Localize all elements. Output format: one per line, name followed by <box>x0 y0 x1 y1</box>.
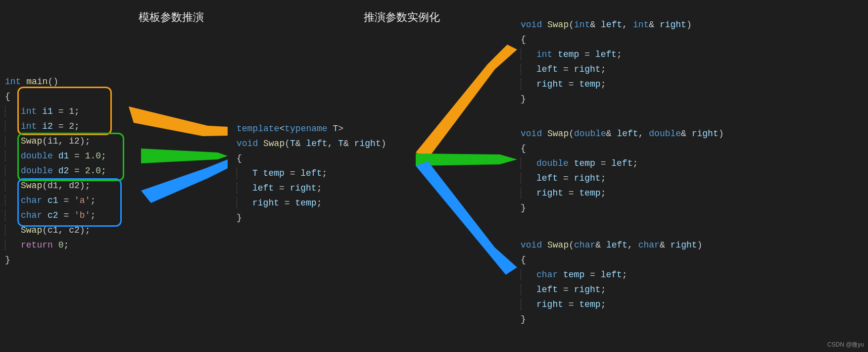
code-inst-double: void Swap(double& left, double& right) {… <box>521 111 724 215</box>
code-main: int main() { int i1 = 1; int i2 = 2; Swa… <box>5 59 106 267</box>
arrow-template-to-int <box>416 45 517 158</box>
heading-instantiate: 推演参数实例化 <box>364 10 440 25</box>
code-inst-int: void Swap(int& left, int& right) { int t… <box>521 2 692 106</box>
code-inst-char: void Swap(char& left, char& right) { cha… <box>521 223 702 327</box>
arrow-template-to-double <box>416 153 517 166</box>
heading-deduce: 模板参数推演 <box>139 10 204 25</box>
kw-int: int <box>5 77 26 87</box>
arrow-double-to-template <box>141 149 228 163</box>
watermark: CSDN @微yu <box>827 341 864 349</box>
arrow-char-to-template <box>141 159 228 203</box>
arrow-int-to-template <box>129 106 228 136</box>
code-template: template<typename T> void Swap(T& left, … <box>237 106 386 225</box>
arrows-layer <box>0 0 868 352</box>
fn-main: main <box>26 77 48 87</box>
arrow-template-to-char <box>416 161 517 275</box>
